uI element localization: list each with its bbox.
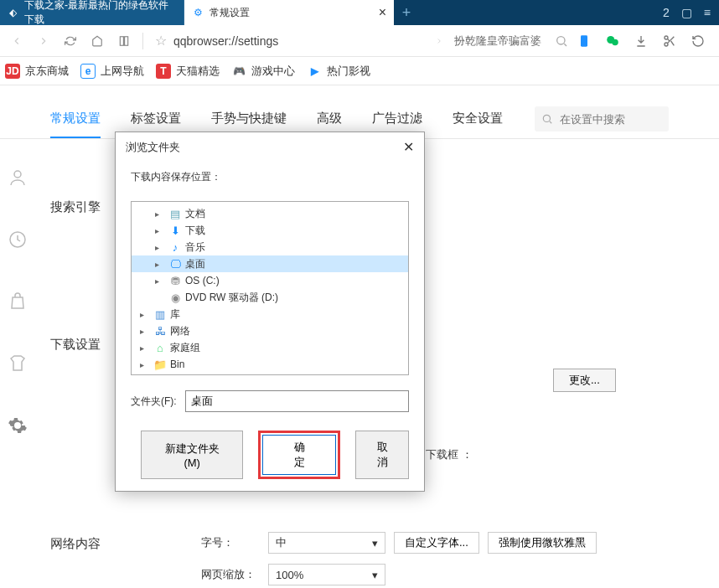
- tree-label: 下载: [185, 224, 205, 238]
- close-icon[interactable]: ×: [379, 5, 386, 20]
- download-folder-icon: ⬇: [168, 224, 182, 237]
- tree-label: 家庭组: [170, 341, 200, 355]
- bookmark-label: 天猫精选: [176, 64, 220, 79]
- font-size-select[interactable]: 中▾: [268, 532, 385, 554]
- svg-point-5: [612, 39, 618, 45]
- back-button[interactable]: [5, 29, 28, 53]
- search-hint[interactable]: 扮乾隆皇帝骗富婆: [454, 34, 541, 49]
- folder-icon: 📁: [153, 375, 167, 376]
- tab-inactive[interactable]: ⬖ 下载之家-最新最热门的绿色软件下载: [0, 0, 184, 25]
- tree-item-cc[interactable]: ▸📁CC: [132, 373, 408, 375]
- tab-title: 下载之家-最新最热门的绿色软件下载: [24, 0, 177, 27]
- settings-sidebar: [0, 168, 35, 436]
- toolbar-right-icons: [577, 34, 714, 49]
- nav-icon: e: [80, 64, 96, 79]
- site-favicon-icon: ⬖: [7, 6, 19, 19]
- refresh-button[interactable]: [59, 29, 82, 53]
- homegroup-icon: ⌂: [153, 342, 167, 354]
- change-button[interactable]: 更改...: [553, 369, 616, 392]
- bag-icon[interactable]: [8, 291, 28, 312]
- bookmark-label: 京东商城: [25, 64, 69, 79]
- address-bar[interactable]: ☆ qqbrowser://settings: [150, 30, 393, 52]
- window-menu-icon[interactable]: ≡: [704, 6, 711, 19]
- search-icon: [541, 113, 553, 125]
- forward-button[interactable]: [32, 29, 55, 53]
- music-icon: ♪: [168, 241, 182, 254]
- tab-security[interactable]: 安全设置: [453, 111, 503, 138]
- bookmark-label: 上网导航: [101, 64, 144, 79]
- close-icon[interactable]: ✕: [403, 139, 414, 155]
- custom-font-button[interactable]: 自定义字体...: [394, 532, 479, 554]
- phone-icon[interactable]: [577, 34, 592, 49]
- reader-button[interactable]: [112, 29, 136, 53]
- bookmark-video[interactable]: ▶热门影视: [307, 64, 370, 79]
- tree-item-libs[interactable]: ▸▥库: [132, 306, 408, 322]
- force-yahei-button[interactable]: 强制使用微软雅黑: [488, 532, 597, 554]
- bookmark-nav[interactable]: e上网导航: [80, 64, 144, 79]
- download-icon[interactable]: [634, 34, 649, 49]
- folder-tree[interactable]: ▸▤文档 ▸⬇下载 ▸♪音乐 ▸🖵桌面 ▸⛃OS (C:) ◉DVD RW 驱动…: [131, 201, 409, 375]
- tree-item-bin[interactable]: ▸📁Bin: [132, 356, 408, 373]
- svg-point-2: [557, 36, 565, 44]
- dialog-title: 浏览文件夹: [126, 140, 180, 155]
- section-search-engine: 搜索引擎: [50, 199, 101, 215]
- search-icon[interactable]: [550, 29, 573, 53]
- ok-button[interactable]: 确定: [262, 435, 336, 475]
- gear-icon[interactable]: [8, 415, 28, 436]
- search-dropdown-icon[interactable]: [427, 29, 451, 53]
- tree-item-homegroup[interactable]: ▸⌂家庭组: [132, 339, 408, 356]
- tree-item-dvd[interactable]: ◉DVD RW 驱动器 (D:): [132, 289, 408, 306]
- user-icon[interactable]: [8, 168, 28, 188]
- settings-gear-icon: ⚙: [191, 6, 204, 19]
- new-folder-button[interactable]: 新建文件夹(M): [141, 431, 243, 479]
- tabs-right-controls: 2 ▢ ≡: [654, 0, 719, 25]
- scissors-icon[interactable]: [662, 34, 677, 49]
- zoom-select[interactable]: 100%▾: [268, 564, 385, 585]
- bookmark-jd[interactable]: JD京东商城: [5, 64, 69, 79]
- browser-toolbar: ☆ qqbrowser://settings 扮乾隆皇帝骗富婆: [0, 25, 719, 57]
- bookmark-label: 热门影视: [327, 64, 370, 79]
- dvd-icon: ◉: [168, 291, 182, 304]
- wechat-icon[interactable]: [605, 34, 620, 49]
- new-tab-button[interactable]: +: [394, 0, 419, 25]
- clock-icon[interactable]: [8, 230, 28, 250]
- home-button[interactable]: [85, 29, 109, 53]
- tab-count-badge[interactable]: 2: [663, 6, 670, 19]
- section-network: 网络内容: [50, 536, 101, 552]
- desktop-icon: 🖵: [168, 258, 182, 271]
- folder-name-input[interactable]: [185, 390, 409, 412]
- tab-general[interactable]: 常规设置: [50, 111, 101, 138]
- bookmark-tmall[interactable]: T天猫精选: [156, 64, 220, 79]
- tree-item-network[interactable]: ▸🖧网络: [132, 322, 408, 339]
- folder-icon: 📁: [153, 358, 167, 371]
- cancel-button[interactable]: 取消: [355, 431, 409, 479]
- play-icon: ▶: [307, 64, 322, 79]
- tab-active[interactable]: ⚙ 常规设置 ×: [184, 0, 394, 25]
- tree-item-osc[interactable]: ▸⛃OS (C:): [132, 272, 408, 289]
- tree-item-docs[interactable]: ▸▤文档: [132, 205, 408, 222]
- settings-search-input[interactable]: [535, 106, 669, 132]
- bookmark-game[interactable]: 🎮游戏中心: [231, 64, 295, 79]
- shirt-icon[interactable]: [8, 353, 28, 374]
- chevron-down-icon: ▾: [372, 569, 378, 581]
- tree-item-music[interactable]: ▸♪音乐: [132, 239, 408, 255]
- drive-icon: ⛃: [168, 275, 182, 287]
- dialog-titlebar: 浏览文件夹 ✕: [116, 132, 424, 162]
- url-text: qqbrowser://settings: [173, 34, 278, 48]
- star-icon[interactable]: ☆: [155, 33, 167, 49]
- tree-label: DVD RW 驱动器 (D:): [185, 291, 278, 305]
- network-icon: 🖧: [153, 325, 167, 338]
- svg-point-9: [14, 171, 21, 178]
- bookmarks-bar: JD京东商城 e上网导航 T天猫精选 🎮游戏中心 ▶热门影视: [0, 57, 719, 85]
- search-hint-text: 扮乾隆皇帝骗富婆: [454, 34, 541, 49]
- tree-label: 网络: [170, 324, 190, 338]
- tree-item-desktop[interactable]: ▸🖵桌面: [132, 255, 408, 272]
- jd-icon: JD: [5, 64, 20, 79]
- tree-item-downloads[interactable]: ▸⬇下载: [132, 222, 408, 239]
- tree-label: 桌面: [185, 257, 205, 271]
- select-value: 100%: [276, 569, 303, 581]
- undo-icon[interactable]: [691, 34, 706, 49]
- window-minimize-icon[interactable]: ▢: [681, 6, 692, 19]
- separator: [142, 33, 143, 49]
- chevron-down-icon: ▾: [372, 537, 378, 549]
